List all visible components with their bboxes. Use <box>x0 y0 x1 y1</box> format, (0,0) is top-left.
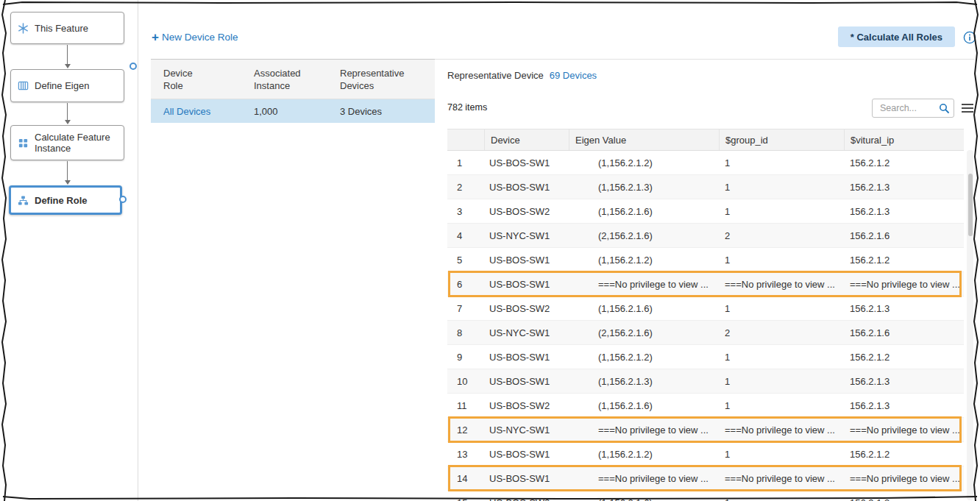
vitural-ip-cell: 156.2.1.3 <box>844 376 964 387</box>
table-row[interactable]: 5US-BOS-SW1(1,156.2.1.2)1156.2.1.2 <box>447 248 964 272</box>
vitural-ip-cell: 156.2.1.6 <box>844 327 964 338</box>
search-input[interactable] <box>878 102 938 114</box>
eigen-value-cell: ===No privilege to view ... <box>569 473 719 484</box>
table-row[interactable]: 13US-BOS-SW1(1,156.2.1.2)1156.2.1.2 <box>447 442 964 466</box>
group-id-cell: 2 <box>719 230 844 241</box>
device-cell: US-BOS-SW1 <box>484 449 569 460</box>
torn-edge-top <box>0 0 980 6</box>
vitural-ip-cell: 156.2.1.3 <box>844 206 964 217</box>
eigen-value-cell: (1,156.2.1.6) <box>569 303 719 314</box>
associated-instance-value: 1,000 <box>254 106 340 117</box>
search-icon[interactable] <box>938 102 950 114</box>
eigen-value-cell: (1,156.2.1.6) <box>569 497 719 501</box>
vitural-ip-cell: ===No privilege to view ... <box>844 473 964 484</box>
eigen-value-cell: (1,156.2.1.3) <box>569 376 719 387</box>
device-cell: US-BOS-SW2 <box>484 206 569 217</box>
workflow-step-calculate-feature-instance[interactable]: Calculate Feature Instance <box>10 125 124 160</box>
representative-device-label: Representative Device <box>447 70 544 81</box>
eigen-value-cell: (1,156.2.1.6) <box>569 206 719 217</box>
group-id-cell: 1 <box>719 303 844 314</box>
workflow-step-define-eigen[interactable]: Define Eigen <box>10 69 124 102</box>
row-number-cell: 11 <box>447 400 484 411</box>
device-cell: US-BOS-SW1 <box>484 157 569 168</box>
eigen-value-cell: (1,156.2.1.2) <box>569 157 719 168</box>
plus-icon: + <box>152 32 159 43</box>
column-header-device[interactable]: Device <box>484 129 569 150</box>
table-row[interactable]: 15US-BOS-SW2(1,156.2.1.6)1156.2.1.3 <box>447 491 964 501</box>
group-id-cell: 2 <box>719 327 844 338</box>
table-row[interactable]: 1US-BOS-SW1(1,156.2.1.2)1156.2.1.2 <box>447 151 964 175</box>
table-row[interactable]: 9US-BOS-SW1(1,156.2.1.2)1156.2.1.2 <box>447 345 964 369</box>
scrollbar-track[interactable] <box>967 150 973 500</box>
table-row-highlighted[interactable]: 14US-BOS-SW1===No privilege to view ...=… <box>447 466 964 491</box>
device-cell: US-BOS-SW1 <box>484 255 569 266</box>
vitural-ip-cell: 156.2.1.6 <box>844 230 964 241</box>
table-row[interactable]: 11US-BOS-SW2(1,156.2.1.6)1156.2.1.3 <box>447 394 964 418</box>
workflow-step-define-role[interactable]: Define Role <box>9 185 122 215</box>
group-id-cell: ===No privilege to view ... <box>719 279 844 290</box>
new-device-role-label: New Device Role <box>162 32 238 43</box>
table-row[interactable]: 10US-BOS-SW1(1,156.2.1.3)1156.2.1.3 <box>447 369 964 394</box>
vitural-ip-cell: ===No privilege to view ... <box>844 279 964 290</box>
row-number-cell: 5 <box>447 255 484 266</box>
table-row-highlighted[interactable]: 12US-NYC-SW1===No privilege to view ...=… <box>447 418 964 442</box>
group-id-cell: 1 <box>719 352 844 363</box>
eigen-value-cell: ===No privilege to view ... <box>569 279 719 290</box>
table-row[interactable]: 3US-BOS-SW2(1,156.2.1.6)1156.2.1.3 <box>447 199 964 224</box>
workflow-step-label: Define Eigen <box>35 80 89 91</box>
connector-dot <box>129 63 137 70</box>
column-header-row-number <box>447 129 484 150</box>
vitural-ip-cell: 156.2.1.3 <box>844 400 964 411</box>
row-number-cell: 12 <box>447 424 484 436</box>
device-role-row-all-devices[interactable]: All Devices 1,000 3 Devices <box>151 99 435 123</box>
devices-count-link[interactable]: 69 Devices <box>550 70 597 81</box>
group-id-cell: ===No privilege to view ... <box>719 424 844 436</box>
vitural-ip-cell: ===No privilege to view ... <box>844 424 964 436</box>
column-header-device-role[interactable]: Device Role <box>151 67 254 92</box>
vitural-ip-cell: 156.2.1.2 <box>844 255 964 266</box>
table-row[interactable]: 2US-BOS-SW1(1,156.2.1.3)1156.2.1.3 <box>447 175 964 199</box>
table-row[interactable]: 8US-NYC-SW1(2,156.2.1.6)2156.2.1.6 <box>447 321 964 345</box>
flow-arrow <box>10 103 124 124</box>
column-header-group-id[interactable]: $group_id <box>719 129 844 150</box>
vitural-ip-cell: 156.2.1.2 <box>844 157 964 168</box>
vitural-ip-cell: 156.2.1.2 <box>844 449 964 460</box>
flow-arrow <box>10 45 124 68</box>
table-header-row: Device Eigen Value $group_id $vitural_ip <box>447 129 964 151</box>
info-icon[interactable] <box>963 31 976 44</box>
column-header-representative-devices[interactable]: Representative Devices <box>340 67 435 92</box>
items-count: 782 items <box>447 102 487 113</box>
vitural-ip-cell: 156.2.1.3 <box>844 303 964 314</box>
device-cell: US-BOS-SW1 <box>484 473 569 484</box>
table-row-highlighted[interactable]: 6US-BOS-SW1===No privilege to view ...==… <box>447 272 964 296</box>
column-header-vitural-ip[interactable]: $vitural_ip <box>844 129 964 150</box>
row-number-cell: 3 <box>447 206 484 217</box>
table-row[interactable]: 4US-NYC-SW1(2,156.2.1.6)2156.2.1.6 <box>447 224 964 248</box>
row-number-cell: 4 <box>447 230 484 241</box>
device-cell: US-BOS-SW2 <box>484 303 569 314</box>
eigen-value-cell: (1,156.2.1.2) <box>569 255 719 266</box>
row-number-cell: 6 <box>447 279 484 290</box>
calculate-all-roles-button[interactable]: * Calculate All Roles <box>838 26 955 47</box>
scrollbar-thumb[interactable] <box>968 174 973 236</box>
group-id-cell: 1 <box>719 255 844 266</box>
column-header-associated-instance[interactable]: Associated Instance <box>254 67 340 92</box>
column-header-eigen-value[interactable]: Eigen Value <box>569 129 719 150</box>
menu-icon[interactable] <box>962 104 973 115</box>
device-cell: US-NYC-SW1 <box>484 327 569 338</box>
device-cell: US-BOS-SW1 <box>484 352 569 363</box>
table-row[interactable]: 7US-BOS-SW2(1,156.2.1.6)1156.2.1.3 <box>447 296 964 321</box>
workflow-step-this-feature[interactable]: This Feature <box>10 12 124 44</box>
group-id-cell: 1 <box>719 182 844 193</box>
device-cell: US-NYC-SW1 <box>484 230 569 241</box>
device-role-link[interactable]: All Devices <box>151 106 254 117</box>
new-device-role-button[interactable]: + New Device Role <box>152 32 238 43</box>
device-cell: US-NYC-SW1 <box>484 424 569 436</box>
group-id-cell: 1 <box>719 497 844 501</box>
eigen-value-cell: (2,156.2.1.6) <box>569 327 719 338</box>
group-id-cell: 1 <box>719 400 844 411</box>
eigen-value-cell: ===No privilege to view ... <box>569 424 719 436</box>
device-cell: US-BOS-SW1 <box>484 279 569 290</box>
eigen-value-cell: (1,156.2.1.6) <box>569 400 719 411</box>
workflow-step-label: Calculate Feature Instance <box>35 132 117 154</box>
